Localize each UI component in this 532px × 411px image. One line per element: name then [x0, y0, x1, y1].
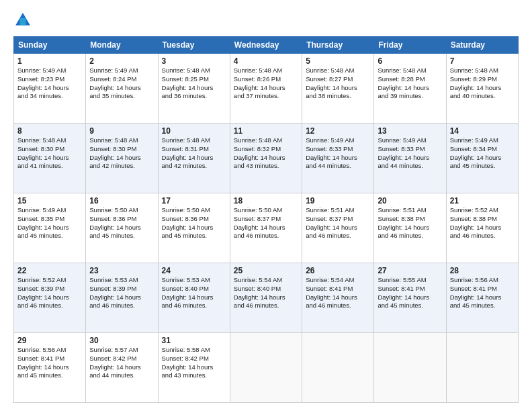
table-row: 4Sunrise: 5:48 AMSunset: 8:26 PMDaylight… — [230, 54, 302, 124]
day-info: Sunrise: 5:55 AMSunset: 8:41 PMDaylight:… — [378, 276, 442, 310]
day-info: Sunrise: 5:58 AMSunset: 8:42 PMDaylight:… — [162, 346, 226, 380]
col-header-sunday: Sunday — [14, 37, 86, 54]
day-number: 14 — [450, 126, 515, 136]
table-row: 15Sunrise: 5:49 AMSunset: 8:35 PMDayligh… — [14, 193, 86, 263]
table-row: 14Sunrise: 5:49 AMSunset: 8:34 PMDayligh… — [446, 124, 518, 193]
day-number: 17 — [162, 196, 226, 205]
day-number: 21 — [450, 196, 515, 205]
day-number: 4 — [234, 56, 298, 66]
day-number: 8 — [17, 126, 82, 136]
day-info: Sunrise: 5:50 AMSunset: 8:36 PMDaylight:… — [89, 206, 154, 240]
day-number: 30 — [89, 336, 154, 345]
day-number: 26 — [306, 266, 370, 275]
table-row: 29Sunrise: 5:56 AMSunset: 8:41 PMDayligh… — [14, 333, 86, 403]
col-header-friday: Friday — [374, 37, 446, 54]
table-row: 28Sunrise: 5:56 AMSunset: 8:41 PMDayligh… — [446, 263, 518, 333]
table-row: 19Sunrise: 5:51 AMSunset: 8:37 PMDayligh… — [302, 193, 374, 263]
day-number: 28 — [450, 266, 515, 275]
day-number: 3 — [162, 56, 226, 66]
day-number: 22 — [17, 266, 82, 275]
day-number: 2 — [89, 56, 154, 66]
table-row: 24Sunrise: 5:53 AMSunset: 8:40 PMDayligh… — [158, 263, 230, 333]
day-number: 5 — [306, 56, 370, 66]
col-header-thursday: Thursday — [302, 37, 374, 54]
day-number: 12 — [306, 126, 370, 136]
table-row: 23Sunrise: 5:53 AMSunset: 8:39 PMDayligh… — [86, 263, 158, 333]
table-row: 10Sunrise: 5:48 AMSunset: 8:31 PMDayligh… — [158, 124, 230, 193]
table-row: 30Sunrise: 5:57 AMSunset: 8:42 PMDayligh… — [86, 333, 158, 403]
day-info: Sunrise: 5:50 AMSunset: 8:36 PMDaylight:… — [162, 206, 226, 240]
day-number: 24 — [162, 266, 226, 275]
day-number: 13 — [378, 126, 442, 136]
day-info: Sunrise: 5:48 AMSunset: 8:27 PMDaylight:… — [306, 66, 370, 101]
day-number: 9 — [89, 126, 154, 136]
day-number: 1 — [17, 56, 82, 66]
day-number: 31 — [162, 336, 226, 345]
day-info: Sunrise: 5:56 AMSunset: 8:41 PMDaylight:… — [17, 346, 82, 380]
calendar: SundayMondayTuesdayWednesdayThursdayFrid… — [13, 36, 519, 403]
table-row: 2Sunrise: 5:49 AMSunset: 8:24 PMDaylight… — [86, 54, 158, 124]
col-header-monday: Monday — [86, 37, 158, 54]
day-number: 16 — [89, 196, 154, 205]
table-row — [374, 333, 446, 403]
day-info: Sunrise: 5:48 AMSunset: 8:29 PMDaylight:… — [450, 66, 515, 101]
table-row: 8Sunrise: 5:48 AMSunset: 8:30 PMDaylight… — [14, 124, 86, 193]
table-row: 20Sunrise: 5:51 AMSunset: 8:38 PMDayligh… — [374, 193, 446, 263]
day-number: 19 — [306, 196, 370, 205]
day-info: Sunrise: 5:48 AMSunset: 8:30 PMDaylight:… — [89, 136, 154, 171]
table-row: 22Sunrise: 5:52 AMSunset: 8:39 PMDayligh… — [14, 263, 86, 333]
day-number: 10 — [162, 126, 226, 136]
day-info: Sunrise: 5:53 AMSunset: 8:40 PMDaylight:… — [162, 276, 226, 310]
logo — [13, 11, 35, 30]
day-info: Sunrise: 5:48 AMSunset: 8:26 PMDaylight:… — [234, 66, 298, 101]
day-number: 15 — [17, 196, 82, 205]
day-number: 20 — [378, 196, 442, 205]
table-row: 17Sunrise: 5:50 AMSunset: 8:36 PMDayligh… — [158, 193, 230, 263]
day-number: 6 — [378, 56, 442, 66]
table-row — [230, 333, 302, 403]
day-number: 27 — [378, 266, 442, 275]
day-info: Sunrise: 5:48 AMSunset: 8:30 PMDaylight:… — [17, 136, 82, 171]
day-info: Sunrise: 5:51 AMSunset: 8:38 PMDaylight:… — [378, 206, 442, 240]
day-info: Sunrise: 5:57 AMSunset: 8:42 PMDaylight:… — [89, 346, 154, 380]
day-info: Sunrise: 5:56 AMSunset: 8:41 PMDaylight:… — [450, 276, 515, 310]
day-info: Sunrise: 5:54 AMSunset: 8:40 PMDaylight:… — [234, 276, 298, 310]
day-info: Sunrise: 5:48 AMSunset: 8:25 PMDaylight:… — [162, 66, 226, 101]
day-info: Sunrise: 5:49 AMSunset: 8:24 PMDaylight:… — [89, 66, 154, 101]
day-info: Sunrise: 5:50 AMSunset: 8:37 PMDaylight:… — [234, 206, 298, 240]
table-row: 9Sunrise: 5:48 AMSunset: 8:30 PMDaylight… — [86, 124, 158, 193]
table-row: 16Sunrise: 5:50 AMSunset: 8:36 PMDayligh… — [86, 193, 158, 263]
table-row: 3Sunrise: 5:48 AMSunset: 8:25 PMDaylight… — [158, 54, 230, 124]
col-header-tuesday: Tuesday — [158, 37, 230, 54]
day-info: Sunrise: 5:48 AMSunset: 8:28 PMDaylight:… — [378, 66, 442, 101]
day-number: 18 — [234, 196, 298, 205]
day-info: Sunrise: 5:52 AMSunset: 8:39 PMDaylight:… — [17, 276, 82, 310]
table-row: 18Sunrise: 5:50 AMSunset: 8:37 PMDayligh… — [230, 193, 302, 263]
table-row: 11Sunrise: 5:48 AMSunset: 8:32 PMDayligh… — [230, 124, 302, 193]
day-info: Sunrise: 5:49 AMSunset: 8:33 PMDaylight:… — [378, 136, 442, 171]
day-info: Sunrise: 5:51 AMSunset: 8:37 PMDaylight:… — [306, 206, 370, 240]
day-number: 7 — [450, 56, 515, 66]
table-row — [446, 333, 518, 403]
col-header-saturday: Saturday — [446, 37, 518, 54]
table-row: 21Sunrise: 5:52 AMSunset: 8:38 PMDayligh… — [446, 193, 518, 263]
day-info: Sunrise: 5:54 AMSunset: 8:41 PMDaylight:… — [306, 276, 370, 310]
day-info: Sunrise: 5:52 AMSunset: 8:38 PMDaylight:… — [450, 206, 515, 240]
table-row: 27Sunrise: 5:55 AMSunset: 8:41 PMDayligh… — [374, 263, 446, 333]
table-row: 31Sunrise: 5:58 AMSunset: 8:42 PMDayligh… — [158, 333, 230, 403]
day-number: 25 — [234, 266, 298, 275]
day-info: Sunrise: 5:53 AMSunset: 8:39 PMDaylight:… — [89, 276, 154, 310]
table-row: 6Sunrise: 5:48 AMSunset: 8:28 PMDaylight… — [374, 54, 446, 124]
day-info: Sunrise: 5:49 AMSunset: 8:35 PMDaylight:… — [17, 206, 82, 240]
day-info: Sunrise: 5:49 AMSunset: 8:23 PMDaylight:… — [17, 66, 82, 101]
table-row: 13Sunrise: 5:49 AMSunset: 8:33 PMDayligh… — [374, 124, 446, 193]
day-info: Sunrise: 5:49 AMSunset: 8:34 PMDaylight:… — [450, 136, 515, 171]
table-row: 12Sunrise: 5:49 AMSunset: 8:33 PMDayligh… — [302, 124, 374, 193]
table-row: 5Sunrise: 5:48 AMSunset: 8:27 PMDaylight… — [302, 54, 374, 124]
day-number: 11 — [234, 126, 298, 136]
table-row: 25Sunrise: 5:54 AMSunset: 8:40 PMDayligh… — [230, 263, 302, 333]
day-number: 23 — [89, 266, 154, 275]
day-number: 29 — [17, 336, 82, 345]
day-info: Sunrise: 5:49 AMSunset: 8:33 PMDaylight:… — [306, 136, 370, 171]
table-row: 7Sunrise: 5:48 AMSunset: 8:29 PMDaylight… — [446, 54, 518, 124]
